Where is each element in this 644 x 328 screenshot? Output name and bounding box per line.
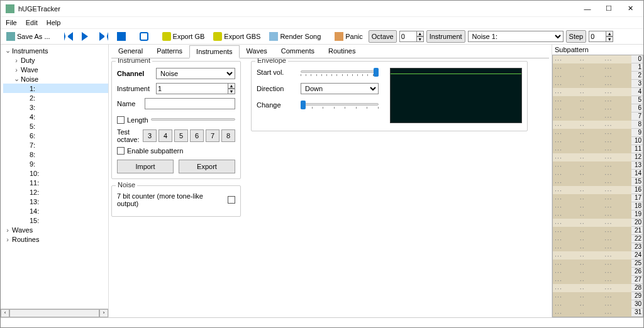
name-input[interactable] bbox=[145, 98, 235, 109]
subpattern-row[interactable]: ········ bbox=[553, 292, 631, 300]
tree-noise-item[interactable]: 5: bbox=[3, 121, 108, 131]
export-gbs-button[interactable]: Export GBS bbox=[210, 30, 264, 43]
test-octave-label: Test octave: bbox=[117, 128, 140, 143]
tree-routines[interactable]: ›Routines bbox=[3, 234, 108, 244]
subpattern-row[interactable]: ········ bbox=[553, 276, 631, 284]
tree-waves[interactable]: ›Waves bbox=[3, 225, 108, 234]
subpattern-row[interactable]: ········ bbox=[553, 309, 631, 317]
tree-noise-item[interactable]: 14: bbox=[3, 206, 108, 216]
play-button[interactable] bbox=[79, 30, 94, 43]
loop-button[interactable] bbox=[136, 30, 152, 43]
subpattern-row[interactable]: ········ bbox=[553, 268, 631, 276]
tree-noise-item[interactable]: 11: bbox=[3, 178, 108, 187]
tree-noise-item[interactable]: 2: bbox=[3, 93, 108, 102]
instrument-select[interactable]: Noise 1: bbox=[468, 31, 564, 42]
tree-noise-item[interactable]: 4: bbox=[3, 112, 108, 121]
subpattern-row[interactable]: ········ bbox=[553, 112, 631, 121]
export-button[interactable]: Export bbox=[179, 160, 235, 173]
direction-select[interactable]: Down bbox=[301, 83, 379, 94]
tree-noise-item[interactable]: 6: bbox=[3, 131, 108, 140]
tree-wave[interactable]: ›Wave bbox=[3, 65, 108, 74]
subpattern-row[interactable]: ········ bbox=[553, 55, 631, 63]
tab-general[interactable]: General bbox=[111, 45, 150, 58]
tree-noise-item[interactable]: 3: bbox=[3, 102, 108, 112]
tree-noise-item[interactable]: 8: bbox=[3, 150, 108, 159]
test-octave-button[interactable]: 8 bbox=[221, 129, 235, 142]
enable-subpattern-checkbox[interactable] bbox=[117, 147, 125, 155]
subpattern-grid[interactable]: ········································… bbox=[552, 55, 643, 317]
test-octave-button[interactable]: 4 bbox=[158, 129, 172, 142]
subpattern-row[interactable]: ········ bbox=[553, 235, 631, 243]
import-button[interactable]: Import bbox=[117, 160, 174, 173]
render-song-button[interactable]: Render Song bbox=[266, 30, 324, 43]
export-gb-button[interactable]: Export GB bbox=[159, 30, 208, 43]
tree-scrollbar[interactable]: ‹› bbox=[1, 309, 108, 317]
subpattern-row[interactable]: ········ bbox=[553, 178, 631, 186]
test-octave-button[interactable]: 6 bbox=[190, 129, 204, 142]
test-octave-button[interactable]: 3 bbox=[143, 129, 157, 142]
tree-duty[interactable]: ›Duty bbox=[3, 55, 108, 65]
panic-button[interactable]: Panic bbox=[331, 30, 366, 43]
subpattern-row[interactable]: ········ bbox=[553, 227, 631, 235]
tree-noise-item[interactable]: 1: bbox=[3, 84, 108, 93]
subpattern-row[interactable]: ········ bbox=[553, 161, 631, 170]
close-button[interactable]: ✕ bbox=[621, 3, 640, 15]
subpattern-row[interactable]: ········ bbox=[553, 63, 631, 72]
subpattern-row[interactable]: ········ bbox=[553, 104, 631, 112]
subpattern-row[interactable]: ········ bbox=[553, 129, 631, 137]
tree-root[interactable]: ⌄Instruments bbox=[3, 46, 108, 55]
subpattern-row[interactable]: ········ bbox=[553, 300, 631, 309]
subpattern-row[interactable]: ········ bbox=[553, 145, 631, 153]
subpattern-row[interactable]: ········ bbox=[553, 137, 631, 145]
tab-routines[interactable]: Routines bbox=[321, 45, 362, 58]
subpattern-row[interactable]: ········ bbox=[553, 251, 631, 260]
stop-button[interactable] bbox=[114, 30, 129, 43]
menu-file[interactable]: File bbox=[6, 19, 17, 26]
subpattern-row[interactable]: ········ bbox=[553, 170, 631, 178]
subpattern-row[interactable]: ········ bbox=[553, 80, 631, 88]
subpattern-row[interactable]: ········ bbox=[553, 186, 631, 194]
test-octave-button[interactable]: 7 bbox=[206, 129, 219, 142]
instrument-num-spinner[interactable]: ▲▼ bbox=[156, 83, 235, 94]
subpattern-row[interactable]: ········ bbox=[553, 153, 631, 161]
subpattern-row[interactable]: ········ bbox=[553, 121, 631, 129]
channel-select[interactable]: Noise bbox=[156, 68, 235, 79]
subpattern-row[interactable]: ········ bbox=[553, 284, 631, 292]
save-button[interactable]: Save As ... bbox=[3, 30, 53, 43]
tab-waves[interactable]: Waves bbox=[240, 45, 274, 58]
length-slider[interactable] bbox=[151, 116, 235, 124]
tree-noise-item[interactable]: 9: bbox=[3, 159, 108, 168]
change-slider[interactable] bbox=[301, 101, 379, 109]
subpattern-row[interactable]: ········ bbox=[553, 202, 631, 210]
tree-noise-item[interactable]: 10: bbox=[3, 168, 108, 178]
menu-edit[interactable]: Edit bbox=[26, 19, 38, 26]
test-octave-button[interactable]: 5 bbox=[174, 129, 188, 142]
octave-spinner[interactable]: ▲▼ bbox=[399, 31, 424, 42]
tab-instruments[interactable]: Instruments bbox=[189, 45, 239, 58]
subpattern-row[interactable]: ········ bbox=[553, 243, 631, 251]
rewind-button[interactable] bbox=[61, 30, 76, 43]
subpattern-row[interactable]: ········ bbox=[553, 210, 631, 219]
tab-patterns[interactable]: Patterns bbox=[150, 45, 189, 58]
forward-button[interactable] bbox=[96, 30, 111, 43]
minimize-button[interactable]: — bbox=[578, 3, 597, 15]
tab-comments[interactable]: Comments bbox=[274, 45, 321, 58]
startvol-slider[interactable] bbox=[301, 68, 379, 77]
subpattern-row[interactable]: ········ bbox=[553, 219, 631, 227]
length-checkbox[interactable] bbox=[117, 116, 125, 124]
tree-noise-item[interactable]: 12: bbox=[3, 187, 108, 197]
maximize-button[interactable]: ☐ bbox=[599, 3, 618, 15]
step-spinner[interactable]: ▲▼ bbox=[589, 31, 613, 42]
subpattern-row[interactable]: ········ bbox=[553, 88, 631, 96]
tree-noise-item[interactable]: 13: bbox=[3, 197, 108, 206]
subpattern-row[interactable]: ········ bbox=[553, 96, 631, 104]
subpattern-row[interactable]: ········ bbox=[553, 260, 631, 268]
tree-noise[interactable]: ⌄Noise bbox=[3, 74, 108, 84]
tree-noise-item[interactable]: 15: bbox=[3, 216, 108, 225]
subpattern-row[interactable]: ········ bbox=[553, 194, 631, 202]
instrument-tree[interactable]: ⌄Instruments ›Duty ›Wave ⌄Noise 1:2:3:4:… bbox=[1, 45, 108, 309]
tree-noise-item[interactable]: 7: bbox=[3, 140, 108, 150]
sevenbit-checkbox[interactable] bbox=[228, 196, 235, 204]
menu-help[interactable]: Help bbox=[47, 19, 61, 26]
subpattern-row[interactable]: ········ bbox=[553, 72, 631, 80]
